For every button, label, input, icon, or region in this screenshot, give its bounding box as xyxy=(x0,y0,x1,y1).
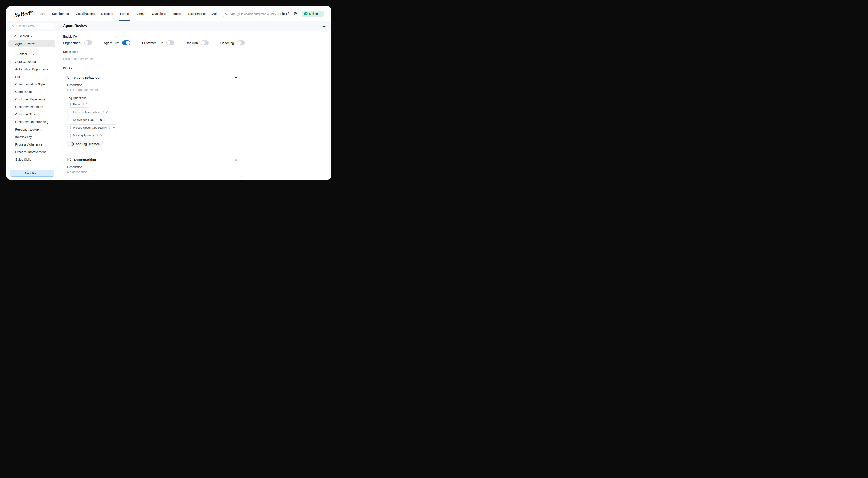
sidebar-item-inneficiency[interactable]: Inneficiency xyxy=(6,133,58,140)
toggle-group-customer-turn: Customer Turn xyxy=(142,40,174,45)
slash-keycap: / xyxy=(237,12,240,16)
app-window: SaltedCX LiveDashboardsVisualizationsDis… xyxy=(6,6,331,179)
gear-icon: ⚙ xyxy=(293,11,298,16)
logo-sup: CX xyxy=(30,10,34,13)
toggle-switch-bot-turn[interactable] xyxy=(200,40,209,45)
org-items: Auto CoachingAutomation OpportunitiesBot… xyxy=(6,58,58,163)
global-search-input[interactable]: Type / to search customer journey xyxy=(223,10,274,17)
nav-right-cluster: Type / to search customer journey Help ⚙… xyxy=(223,6,324,21)
drag-handle-icon[interactable] xyxy=(69,103,71,106)
tag-questions-label: Tag Questions xyxy=(67,96,238,100)
section-label: SaltedCX xyxy=(18,52,31,56)
logo-text: Salted xyxy=(13,10,31,18)
sidebar-item-communication-style[interactable]: Communication Style xyxy=(6,81,58,88)
nav-item-discover[interactable]: Discover xyxy=(101,6,113,21)
toggle-switch-engagement[interactable] xyxy=(84,40,92,45)
tag-icon xyxy=(67,75,71,79)
toggle-group-agent-turn: Agent Turn xyxy=(104,40,130,45)
add-tag-question-button[interactable]: Add Tag Question xyxy=(67,141,103,147)
description-placeholder[interactable]: Click to add description... xyxy=(63,57,326,61)
new-form-button[interactable]: New Form xyxy=(10,170,55,176)
tag-chip-label: Incorrect Information xyxy=(73,110,100,114)
sidebar-item-process-improvement[interactable]: Process Improvement xyxy=(6,148,58,156)
remove-tag-icon[interactable] xyxy=(105,111,108,113)
saltedcx-s-icon: S xyxy=(82,103,84,106)
remove-tag-icon[interactable] xyxy=(113,126,115,129)
page-menu-button[interactable] xyxy=(323,24,326,28)
check-circle-icon xyxy=(304,12,308,15)
help-link[interactable]: Help xyxy=(278,12,289,15)
content-header: Agent Review xyxy=(58,21,331,31)
forms-search-input[interactable]: Search Forms xyxy=(10,23,55,29)
sidebar-item-bot[interactable]: Bot xyxy=(6,73,58,80)
sidebar-item-customer-retention[interactable]: Customer Retention xyxy=(6,103,58,110)
sidebar-item-agent-review[interactable]: Agent Review xyxy=(8,40,55,47)
tag-chip-label: Missing Apology xyxy=(73,134,94,137)
saltedcx-s-icon: S xyxy=(96,134,98,137)
search-placeholder-post: to search customer journey xyxy=(241,12,276,15)
sidebar-section-shared[interactable]: Shared ▾ xyxy=(6,32,58,40)
toggle-switch-coaching[interactable] xyxy=(237,40,245,45)
page-title: Agent Review xyxy=(63,24,87,28)
tag-chip-knowledge-gap: Knowledge Gap S xyxy=(67,117,105,123)
brand-logo[interactable]: SaltedCX xyxy=(14,6,34,21)
sidebar-item-feedback-to-agent[interactable]: Feedback to Agent xyxy=(6,126,58,133)
toggle-group-bot-turn: Bot Turn xyxy=(186,40,209,45)
sidebar-item-customer-trust[interactable]: Customer Trust xyxy=(6,111,58,118)
sidebar-item-compliance[interactable]: Compliance xyxy=(6,88,58,95)
nav-item-topics[interactable]: Topics xyxy=(173,6,182,21)
sidebar: Search Forms Shared ▾ Agent Review S Sal… xyxy=(6,21,58,179)
toggle-label: Engagement xyxy=(63,41,81,45)
saltedcx-s-icon: S xyxy=(96,118,97,122)
toggle-label: Agent Turn xyxy=(104,41,120,45)
tag-chip-incorrect-information: Incorrect Information S xyxy=(67,109,111,115)
nav-item-visualizations[interactable]: Visualizations xyxy=(75,6,94,21)
drag-handle-icon[interactable] xyxy=(69,134,71,137)
chevron-down-icon xyxy=(319,13,321,15)
toggle-switch-agent-turn[interactable] xyxy=(122,40,130,45)
add-tag-question-label: Add Tag Question xyxy=(76,142,100,146)
blocks-label: Blocks xyxy=(63,66,326,70)
nav-item-agents[interactable]: Agents xyxy=(135,6,145,21)
sidebar-item-process-adherence[interactable]: Process Adherence xyxy=(6,141,58,148)
remove-tag-icon[interactable] xyxy=(86,103,89,106)
tag-chip-label: Rude xyxy=(73,103,80,106)
tag-chip-rude: Rude S xyxy=(67,101,91,107)
settings-button[interactable]: ⚙ xyxy=(293,11,298,16)
saltedcx-s-icon: S xyxy=(13,52,16,56)
top-nav: SaltedCX LiveDashboardsVisualizationsDis… xyxy=(6,6,331,21)
sidebar-item-sales-skills[interactable]: Sales Skills xyxy=(6,156,58,163)
sidebar-item-auto-coaching[interactable]: Auto Coaching xyxy=(6,58,58,65)
remove-tag-icon[interactable] xyxy=(100,134,102,137)
toggle-group-coaching: Coaching xyxy=(220,40,245,45)
drag-handle-icon[interactable] xyxy=(69,126,71,129)
search-placeholder-pre: Type xyxy=(229,12,236,15)
edit-icon xyxy=(67,158,71,162)
card-description-placeholder[interactable]: Click to add description... xyxy=(67,88,238,92)
section-label: Shared xyxy=(19,34,29,38)
nav-item-ask[interactable]: Ask xyxy=(212,6,217,21)
toggle-label: Coaching xyxy=(220,41,234,45)
nav-item-live[interactable]: Live xyxy=(40,6,45,21)
status-badge[interactable]: Online xyxy=(302,10,324,17)
drag-handle-icon[interactable] xyxy=(69,110,71,114)
drag-handle-icon[interactable] xyxy=(69,118,71,122)
status-label: Online xyxy=(309,12,318,15)
help-label: Help xyxy=(278,12,285,15)
toggle-switch-customer-turn[interactable] xyxy=(166,40,174,45)
remove-tag-icon[interactable] xyxy=(99,118,102,121)
nav-item-experiments[interactable]: Experiments xyxy=(188,6,206,21)
plus-circle-icon xyxy=(70,142,74,146)
content-body: Enable For EngagementAgent TurnCustomer … xyxy=(58,31,331,179)
card-description-label: Description xyxy=(67,165,238,169)
card-menu-button[interactable] xyxy=(235,158,238,161)
nav-item-forms[interactable]: Forms xyxy=(120,6,129,21)
nav-item-questions[interactable]: Questions xyxy=(152,6,166,21)
card-menu-button[interactable] xyxy=(235,76,238,79)
sidebar-item-customer-undertanding[interactable]: Customer Undertanding xyxy=(6,118,58,125)
card-title: Opportunities xyxy=(74,158,96,162)
sidebar-section-saltedcx[interactable]: S SaltedCX ▾ xyxy=(6,50,58,58)
sidebar-item-customer-experience[interactable]: Customer Experience xyxy=(6,96,58,103)
sidebar-item-automation-opportunities[interactable]: Automation Opportunities xyxy=(6,66,58,73)
nav-item-dashboards[interactable]: Dashboards xyxy=(52,6,69,21)
